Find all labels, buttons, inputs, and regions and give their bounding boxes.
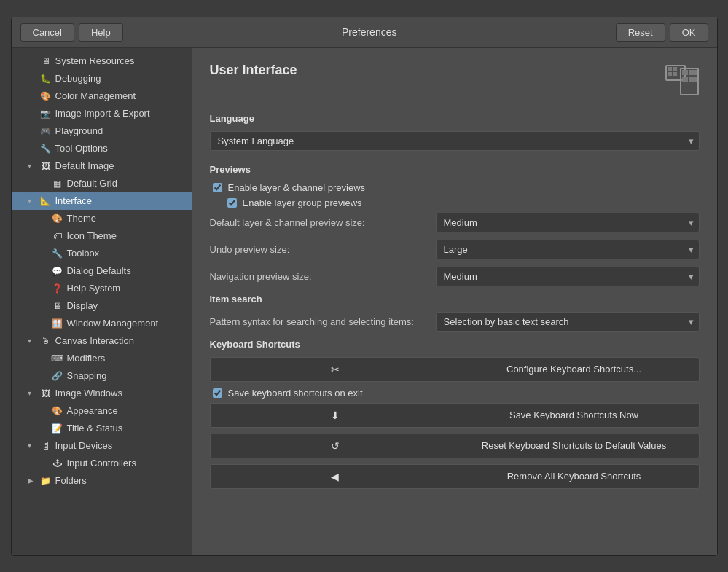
right-buttons: Reset OK: [616, 23, 708, 42]
enable-layer-group-label[interactable]: Enable layer group previews: [243, 197, 362, 208]
sidebar-item-snapping[interactable]: 🔗 Snapping: [12, 367, 192, 385]
ok-button[interactable]: OK: [670, 23, 708, 42]
interface-arrow: ▾: [28, 197, 38, 205]
enable-layer-channel-row: Enable layer & channel previews: [210, 182, 700, 193]
input-devices-icon: 🎛: [39, 439, 52, 452]
default-preview-select-wrap[interactable]: Tiny Small Medium Large Extra Large: [436, 213, 700, 232]
nav-preview-label: Navigation preview size:: [210, 271, 436, 282]
sidebar-item-default-grid[interactable]: ▦ Default Grid: [12, 175, 192, 192]
help-button[interactable]: Help: [79, 23, 123, 42]
reset-shortcuts-icon: ↺: [219, 440, 451, 452]
help-system-icon: ❓: [51, 282, 64, 295]
canvas-interaction-arrow: ▾: [28, 337, 38, 345]
sidebar-item-image-windows[interactable]: ▾ 🖼 Image Windows: [12, 385, 192, 402]
sidebar-item-color-management[interactable]: 🎨 Color Management: [12, 87, 192, 105]
remove-shortcuts-icon: ◀: [219, 471, 451, 482]
remove-all-shortcuts-button[interactable]: ◀ Remove All Keyboard Shortcuts: [210, 464, 700, 489]
preferences-dialog: Cancel Help Preferences Reset OK 🖥 Syste…: [11, 17, 718, 556]
pattern-syntax-select[interactable]: Selection by basic text search Regular e…: [436, 312, 700, 332]
pattern-syntax-select-wrap[interactable]: Selection by basic text search Regular e…: [436, 312, 700, 332]
undo-preview-row: Undo preview size: Tiny Small Medium Lar…: [210, 240, 700, 259]
ui-icon: [665, 63, 700, 100]
window-management-icon: 🪟: [51, 317, 64, 330]
system-resources-icon: 🖥: [39, 55, 52, 68]
sidebar-item-title-status[interactable]: 📝 Title & Status: [12, 420, 192, 437]
toolbox-icon: 🔧: [51, 247, 64, 260]
previews-section-label: Previews: [210, 164, 700, 175]
sidebar-item-image-import-export[interactable]: 📷 Image Import & Export: [12, 105, 192, 122]
theme-icon: 🎨: [51, 212, 64, 225]
sidebar-item-dialog-defaults[interactable]: 💬 Dialog Defaults: [12, 262, 192, 280]
default-grid-icon: ▦: [51, 177, 64, 190]
default-preview-select[interactable]: Tiny Small Medium Large Extra Large: [436, 213, 700, 232]
enable-layer-group-checkbox[interactable]: [227, 198, 237, 208]
modifiers-icon: ⌨: [51, 352, 64, 365]
sidebar-item-input-devices[interactable]: ▾ 🎛 Input Devices: [12, 437, 192, 455]
enable-layer-channel-checkbox[interactable]: [213, 183, 222, 192]
pattern-syntax-label: Pattern syntax for searching and selecti…: [210, 316, 436, 327]
sidebar-item-theme[interactable]: 🎨 Theme: [12, 210, 192, 227]
input-devices-arrow: ▾: [28, 442, 38, 450]
svg-rect-1: [668, 67, 672, 71]
nav-preview-select-wrap[interactable]: Tiny Small Medium Large Extra Large: [436, 267, 700, 286]
main-area: 🖥 System Resources 🐛 Debugging 🎨 Color M…: [12, 48, 717, 555]
image-windows-arrow: ▾: [28, 389, 38, 397]
sidebar-item-window-management[interactable]: 🪟 Window Management: [12, 315, 192, 332]
sidebar-item-tool-options[interactable]: 🔧 Tool Options: [12, 140, 192, 157]
language-select[interactable]: System Language English German French Sp…: [210, 131, 700, 151]
title-status-icon: 📝: [51, 422, 64, 435]
svg-rect-2: [673, 67, 677, 71]
sidebar-item-display[interactable]: 🖥 Display: [12, 297, 192, 315]
reset-button[interactable]: Reset: [616, 23, 665, 42]
undo-preview-select[interactable]: Tiny Small Medium Large Extra Large: [436, 240, 700, 259]
enable-layer-channel-label[interactable]: Enable layer & channel previews: [228, 182, 366, 193]
color-management-icon: 🎨: [39, 90, 52, 103]
input-controllers-icon: 🕹: [51, 457, 64, 470]
tool-options-icon: 🔧: [39, 142, 52, 155]
sidebar-item-icon-theme[interactable]: 🏷 Icon Theme: [12, 227, 192, 245]
default-image-icon: 🖼: [39, 160, 52, 173]
sidebar-item-input-controllers[interactable]: 🕹 Input Controllers: [12, 455, 192, 472]
nav-preview-select[interactable]: Tiny Small Medium Large Extra Large: [436, 267, 700, 286]
keyboard-shortcuts-section-label: Keyboard Shortcuts: [210, 339, 700, 350]
content-header: User Interface: [210, 63, 700, 100]
pattern-syntax-row: Pattern syntax for searching and selecti…: [210, 312, 700, 332]
sidebar-item-toolbox[interactable]: 🔧 Toolbox: [12, 245, 192, 262]
undo-preview-select-wrap[interactable]: Tiny Small Medium Large Extra Large: [436, 240, 700, 259]
sidebar-item-default-image[interactable]: ▾ 🖼 Default Image: [12, 157, 192, 175]
svg-rect-8: [682, 77, 688, 82]
default-preview-row: Default layer & channel preview size: Ti…: [210, 213, 700, 232]
save-shortcuts-now-button[interactable]: ⬇ Save Keyboard Shortcuts Now: [210, 403, 700, 428]
save-shortcuts-icon: ⬇: [219, 410, 451, 421]
undo-preview-label: Undo preview size:: [210, 244, 436, 255]
page-title: User Interface: [210, 63, 297, 78]
sidebar-item-playground[interactable]: 🎮 Playground: [12, 122, 192, 140]
sidebar-item-modifiers[interactable]: ⌨ Modifiers: [12, 350, 192, 367]
canvas-interaction-icon: 🖱: [39, 334, 52, 348]
appearance-icon: 🎨: [51, 404, 64, 418]
sidebar-item-system-resources[interactable]: 🖥 System Resources: [12, 52, 192, 70]
configure-keyboard-shortcuts-button[interactable]: ✂ Configure Keyboard Shortcuts...: [210, 357, 700, 382]
svg-rect-4: [673, 72, 677, 76]
sidebar-item-debugging[interactable]: 🐛 Debugging: [12, 70, 192, 87]
content-panel: User Interface: [192, 48, 717, 555]
language-select-wrap[interactable]: System Language English German French Sp…: [210, 131, 700, 151]
nav-preview-row: Navigation preview size: Tiny Small Medi…: [210, 267, 700, 286]
sidebar-item-help-system[interactable]: ❓ Help System: [12, 280, 192, 297]
sidebar-item-appearance[interactable]: 🎨 Appearance: [12, 402, 192, 420]
save-on-exit-label[interactable]: Save keyboard shortcuts on exit: [228, 388, 363, 399]
snapping-icon: 🔗: [51, 369, 64, 383]
title-bar: Cancel Help Preferences Reset OK: [12, 17, 717, 48]
cancel-button[interactable]: Cancel: [20, 23, 74, 42]
icon-theme-icon: 🏷: [51, 230, 64, 243]
debugging-icon: 🐛: [39, 72, 52, 85]
image-windows-icon: 🖼: [39, 387, 52, 400]
svg-rect-9: [689, 77, 697, 82]
sidebar-item-canvas-interaction[interactable]: ▾ 🖱 Canvas Interaction: [12, 332, 192, 350]
reset-shortcuts-button[interactable]: ↺ Reset Keyboard Shortcuts to Default Va…: [210, 434, 700, 458]
save-on-exit-checkbox[interactable]: [213, 388, 222, 398]
dialog-defaults-icon: 💬: [51, 265, 64, 278]
sidebar-item-folders[interactable]: ▶ 📁 Folders: [12, 472, 192, 490]
sidebar-item-interface[interactable]: ▾ 📐 Interface: [12, 192, 192, 210]
dialog-title: Preferences: [129, 26, 610, 38]
